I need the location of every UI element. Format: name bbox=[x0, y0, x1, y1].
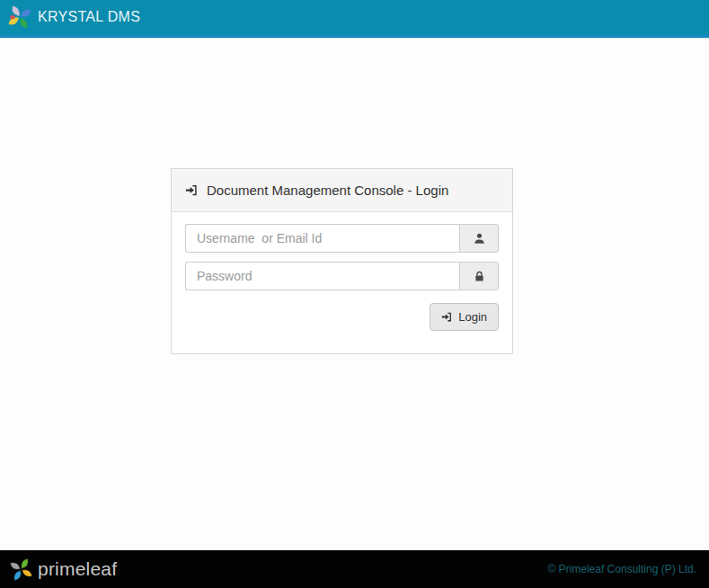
lock-icon bbox=[473, 270, 486, 283]
password-input-group bbox=[185, 262, 499, 290]
footer-brand-label: primeleaf bbox=[38, 558, 117, 580]
sign-in-icon bbox=[441, 311, 453, 323]
primeleaf-logo-icon bbox=[9, 557, 33, 582]
password-addon bbox=[459, 262, 499, 290]
login-button-label: Login bbox=[458, 310, 487, 324]
user-icon bbox=[473, 232, 486, 245]
page-footer: primeleaf © Primeleaf Consulting (P) Ltd… bbox=[0, 550, 709, 588]
login-button[interactable]: Login bbox=[430, 303, 499, 331]
krystal-logo-icon bbox=[7, 4, 32, 30]
footer-brand: primeleaf bbox=[9, 557, 117, 582]
username-input[interactable] bbox=[185, 224, 459, 253]
password-input[interactable] bbox=[185, 262, 459, 290]
username-addon bbox=[459, 224, 499, 253]
top-navbar: KRYSTAL DMS bbox=[0, 0, 709, 38]
login-panel-heading: Document Management Console - Login bbox=[172, 169, 512, 212]
login-button-row: Login bbox=[185, 303, 499, 331]
login-panel-body: Login bbox=[172, 212, 512, 353]
login-panel: Document Management Console - Login bbox=[171, 168, 513, 354]
footer-copyright: © Primeleaf Consulting (P) Ltd. bbox=[547, 563, 696, 575]
username-input-group bbox=[185, 224, 499, 253]
login-panel-title: Document Management Console - Login bbox=[207, 183, 448, 198]
sign-in-icon bbox=[185, 183, 199, 197]
main-content: Document Management Console - Login bbox=[0, 38, 709, 550]
app-brand-title: KRYSTAL DMS bbox=[38, 9, 140, 25]
